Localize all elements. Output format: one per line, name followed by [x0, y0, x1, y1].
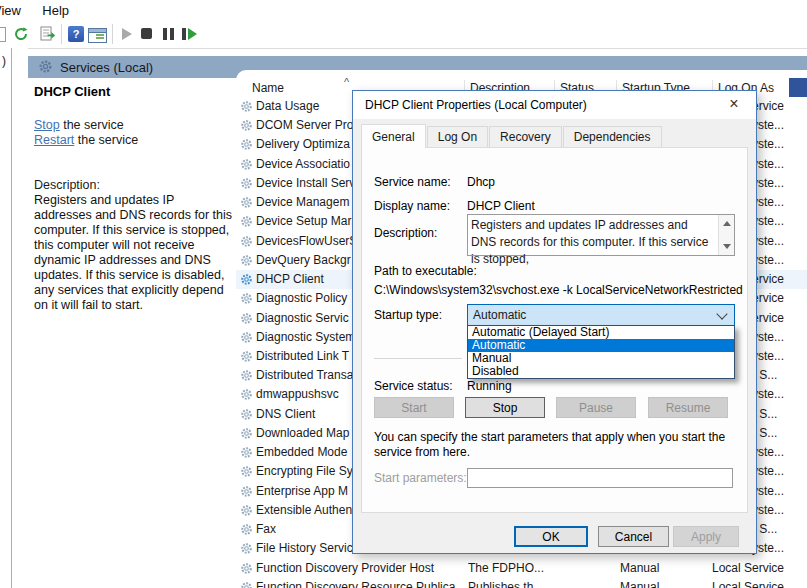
gear-icon: [240, 119, 253, 132]
description-textarea-text: Registers and updates IP addresses and D…: [471, 217, 713, 268]
service-startup-type: Manual: [620, 580, 705, 588]
column-header-name[interactable]: Name: [252, 81, 284, 95]
restart-service-icon[interactable]: [182, 28, 204, 44]
toolbar: ?: [0, 20, 807, 49]
service-description: The FDPHO...: [468, 561, 610, 575]
gear-icon: [240, 100, 253, 113]
gear-icon: [240, 446, 253, 459]
service-name-value: Dhcp: [467, 175, 495, 189]
gear-icon: [240, 465, 253, 478]
toolbar-divider: [61, 24, 62, 44]
chevron-down-icon: [716, 308, 727, 319]
stop-service-icon[interactable]: [141, 26, 157, 42]
service-info-panel: DHCP Client Stop the service Restart the…: [28, 78, 236, 588]
gear-icon: [240, 369, 253, 382]
display-name-label: Display name:: [374, 199, 450, 213]
table-row[interactable]: Function Discovery Provider HostThe FDPH…: [236, 559, 807, 578]
service-status-label: Service status:: [374, 379, 453, 393]
apply-button: Apply: [673, 526, 739, 547]
startup-type-value: Automatic: [473, 308, 526, 322]
stop-button[interactable]: Stop: [465, 397, 545, 418]
dialog-title: DHCP Client Properties (Local Computer): [365, 98, 587, 112]
help-icon[interactable]: ?: [68, 26, 84, 42]
gear-icon: [240, 138, 253, 151]
gear-icon: [240, 562, 253, 575]
ok-button[interactable]: OK: [514, 526, 588, 547]
restart-service-line: Restart the service: [34, 133, 138, 148]
description-textarea[interactable]: Registers and updates IP addresses and D…: [467, 214, 735, 256]
service-logon-as: Local Service: [712, 561, 806, 575]
services-console-window: View Help ?: [0, 0, 807, 588]
gear-icon: [240, 542, 253, 555]
gear-icon: [240, 235, 253, 248]
cancel-button[interactable]: Cancel: [598, 526, 669, 547]
gear-icon: [240, 254, 253, 267]
console-tree-strip: ): [0, 48, 28, 588]
tab-general[interactable]: General: [361, 124, 426, 148]
pause-button: Pause: [556, 397, 636, 418]
header-corner-fragment: [789, 78, 807, 97]
gear-icon: [240, 350, 253, 363]
tree-clipped-label: ): [2, 54, 6, 68]
service-status-value: Running: [467, 379, 512, 393]
start-parameters-label: Start parameters:: [374, 471, 467, 485]
start-service-icon: [122, 26, 138, 42]
path-label: Path to executable:: [374, 264, 477, 278]
textarea-scrollbar[interactable]: [718, 215, 734, 255]
toolbar-divider: [112, 24, 113, 44]
scroll-up-icon[interactable]: [723, 221, 731, 226]
tab-log-on[interactable]: Log On: [427, 126, 488, 148]
scroll-down-icon[interactable]: [723, 244, 731, 249]
path-value: C:\Windows\system32\svchost.exe -k Local…: [374, 283, 743, 297]
stop-service-link[interactable]: Stop: [34, 118, 60, 132]
menu-bar: View Help: [0, 0, 807, 20]
service-startup-type: Manual: [620, 561, 705, 575]
gear-icon: [240, 581, 253, 588]
dialog-titlebar[interactable]: DHCP Client Properties (Local Computer) …: [353, 91, 756, 119]
service-logon-as: Local Service: [712, 580, 806, 588]
start-button: Start: [374, 397, 454, 418]
display-name-value: DHCP Client: [467, 199, 535, 213]
service-name: Function Discovery Provider Host: [256, 561, 468, 575]
gear-icon: [240, 331, 253, 344]
gear-icon: [240, 427, 253, 440]
service-name-label: Service name:: [374, 175, 451, 189]
service-description-text: Registers and updates IP addresses and D…: [34, 193, 232, 313]
gear-icon: [240, 504, 253, 517]
tab-recovery[interactable]: Recovery: [489, 126, 562, 148]
gear-icon: [240, 177, 253, 190]
table-row[interactable]: Function Discovery Resource Publica...Pu…: [236, 578, 807, 588]
tree-pane-divider[interactable]: [11, 48, 12, 588]
separator-line: [374, 358, 462, 359]
startup-type-dropdown: Automatic (Delayed Start)AutomaticManual…: [467, 325, 735, 379]
taskpad-title: Services (Local): [60, 60, 153, 75]
description-label: Description:: [34, 178, 100, 192]
gear-icon: [240, 388, 253, 401]
restart-service-link[interactable]: Restart: [34, 133, 74, 147]
service-description: Publishes th...: [468, 580, 610, 588]
sort-ascending-icon: ^: [344, 76, 349, 88]
dialog-tabs: GeneralLog OnRecoveryDependencies: [361, 126, 663, 148]
menu-view[interactable]: View: [0, 0, 30, 18]
gear-icon: [240, 408, 253, 421]
service-name: Function Discovery Resource Publica...: [256, 580, 468, 588]
startup-type-combobox[interactable]: Automatic: [467, 304, 735, 326]
services-gear-icon: [38, 59, 53, 77]
dialog-description-label: Description:: [374, 226, 437, 240]
close-icon[interactable]: ×: [724, 95, 744, 113]
gear-icon: [240, 215, 253, 228]
start-parameters-input[interactable]: [467, 468, 733, 488]
properties-window-icon[interactable]: [88, 26, 104, 42]
refresh-icon[interactable]: [13, 26, 29, 42]
resume-button: Resume: [648, 397, 728, 418]
document-sliver-icon[interactable]: [0, 27, 6, 42]
menu-help[interactable]: Help: [33, 0, 78, 18]
pause-service-icon[interactable]: [163, 28, 179, 44]
dropdown-option-disabled[interactable]: Disabled: [468, 365, 734, 378]
export-list-icon[interactable]: [40, 26, 56, 42]
gear-icon: [240, 158, 253, 171]
tab-dependencies[interactable]: Dependencies: [563, 126, 662, 148]
gear-icon: [240, 485, 253, 498]
gear-icon: [240, 292, 253, 305]
gear-icon: [240, 273, 253, 286]
